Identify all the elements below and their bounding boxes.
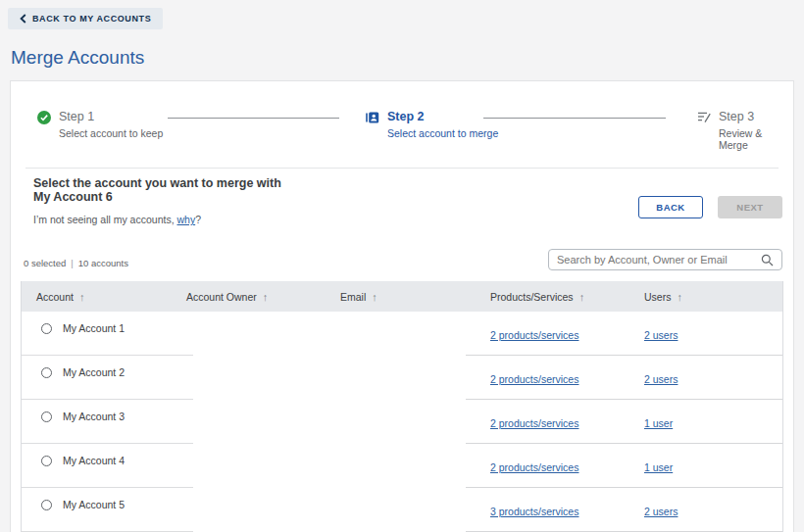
back-button[interactable]: BACK <box>638 196 703 218</box>
table-row: My Account 1 2 products/services 2 users <box>22 312 782 356</box>
stepper-divider <box>25 168 779 169</box>
stepper-step-2: Step 2 Select account to merge <box>366 110 498 139</box>
why-link[interactable]: why <box>176 214 195 225</box>
back-chevron-icon <box>20 14 26 24</box>
users-link[interactable]: 2 users <box>644 329 678 341</box>
stepper-step-3: Step 3 Review & Merge <box>697 110 793 151</box>
next-button[interactable]: NEXT <box>718 196 782 218</box>
column-header-account[interactable]: Account↑ <box>22 281 176 312</box>
account-owner-cell <box>176 312 359 356</box>
step-2-sublabel: Select account to merge <box>387 127 498 139</box>
review-merge-icon <box>697 111 711 123</box>
section-heading-line1: Select the account you want to merge wit… <box>33 176 281 190</box>
table-row: My Account 5 3 products/services 2 users <box>22 488 782 532</box>
search-box <box>548 249 782 270</box>
column-header-products-services[interactable]: Products/Services↑ <box>466 281 625 312</box>
email-cell <box>340 444 466 488</box>
column-header-email[interactable]: Email↑ <box>340 281 466 312</box>
step-3-sublabel: Review & Merge <box>719 127 793 151</box>
note-text: I’m not seeing all my accounts, <box>33 214 176 225</box>
products-services-link[interactable]: 2 products/services <box>490 417 578 429</box>
account-name: My Account 3 <box>63 411 125 422</box>
sort-asc-icon: ↑ <box>372 291 377 303</box>
users-link[interactable]: 2 users <box>644 373 678 385</box>
account-radio[interactable] <box>41 411 52 422</box>
step-connector-1 <box>168 118 339 119</box>
email-cell <box>340 312 466 356</box>
note-suffix: ? <box>195 214 201 225</box>
merge-accounts-card: Step 1 Select account to keep Step 2 Sel… <box>10 80 794 532</box>
column-label: Users <box>644 291 671 303</box>
table-row: My Account 2 2 products/services 2 users <box>22 356 782 400</box>
table-row: My Account 3 2 products/services 1 user <box>22 400 782 444</box>
sort-asc-icon: ↑ <box>263 291 269 303</box>
column-label: Email <box>340 291 366 303</box>
column-label: Account <box>36 291 74 303</box>
account-radio[interactable] <box>41 500 52 510</box>
users-link[interactable]: 1 user <box>644 461 673 473</box>
account-name: My Account 1 <box>63 322 125 334</box>
count-divider: | <box>71 258 73 268</box>
table-header-row: Account↑ Account Owner↑ Email↑ Products/… <box>22 281 782 312</box>
step-connector-2 <box>483 118 666 119</box>
back-to-accounts-button[interactable]: BACK TO MY ACCOUNTS <box>8 8 163 29</box>
column-header-account-owner[interactable]: Account Owner↑ <box>176 281 340 312</box>
account-owner-cell <box>176 488 359 532</box>
search-icon <box>761 254 774 266</box>
accounts-count-text: 10 accounts <box>78 258 128 268</box>
step-1-sublabel: Select account to keep <box>59 127 163 139</box>
search-input[interactable] <box>557 254 755 266</box>
column-label: Products/Services <box>490 291 574 303</box>
products-services-link[interactable]: 3 products/services <box>490 506 578 517</box>
account-name: My Account 5 <box>63 499 125 510</box>
email-cell <box>340 400 466 444</box>
step-3-label: Step 3 <box>719 110 793 123</box>
column-label: Account Owner <box>186 291 257 303</box>
account-name: My Account 4 <box>63 455 125 466</box>
account-radio[interactable] <box>41 367 52 378</box>
step-1-label: Step 1 <box>59 110 163 123</box>
section-heading-line2: My Account 6 <box>33 190 281 204</box>
table-row: My Account 4 2 products/services 1 user <box>22 444 782 488</box>
sort-asc-icon: ↑ <box>79 291 85 303</box>
account-owner-cell <box>176 400 359 444</box>
step-complete-icon <box>37 111 51 124</box>
sort-asc-icon: ↑ <box>579 291 585 303</box>
stepper-step-1: Step 1 Select account to keep <box>37 110 163 139</box>
account-radio[interactable] <box>41 456 52 466</box>
email-cell <box>340 488 466 532</box>
selection-count: 0 selected|10 accounts <box>24 258 128 268</box>
accounts-table: Account↑ Account Owner↑ Email↑ Products/… <box>21 281 783 532</box>
products-services-link[interactable]: 2 products/services <box>490 461 578 473</box>
step-2-label: Step 2 <box>387 110 498 123</box>
account-owner-cell <box>176 356 359 400</box>
email-cell <box>340 356 466 400</box>
missing-accounts-note: I’m not seeing all my accounts, why? <box>33 214 201 225</box>
account-owner-cell <box>176 444 359 488</box>
users-link[interactable]: 1 user <box>644 417 673 429</box>
selected-count-text: 0 selected <box>24 258 66 268</box>
column-header-users[interactable]: Users↑ <box>625 281 782 312</box>
page-title: Merge Accounts <box>11 47 144 69</box>
sort-asc-icon: ↑ <box>677 291 682 303</box>
account-name: My Account 2 <box>63 366 125 378</box>
users-link[interactable]: 2 users <box>644 506 678 517</box>
products-services-link[interactable]: 2 products/services <box>490 329 578 341</box>
section-heading: Select the account you want to merge wit… <box>33 176 281 204</box>
back-to-accounts-label: BACK TO MY ACCOUNTS <box>32 14 151 24</box>
account-radio[interactable] <box>41 323 52 334</box>
account-card-icon <box>366 111 379 124</box>
products-services-link[interactable]: 2 products/services <box>490 373 578 385</box>
